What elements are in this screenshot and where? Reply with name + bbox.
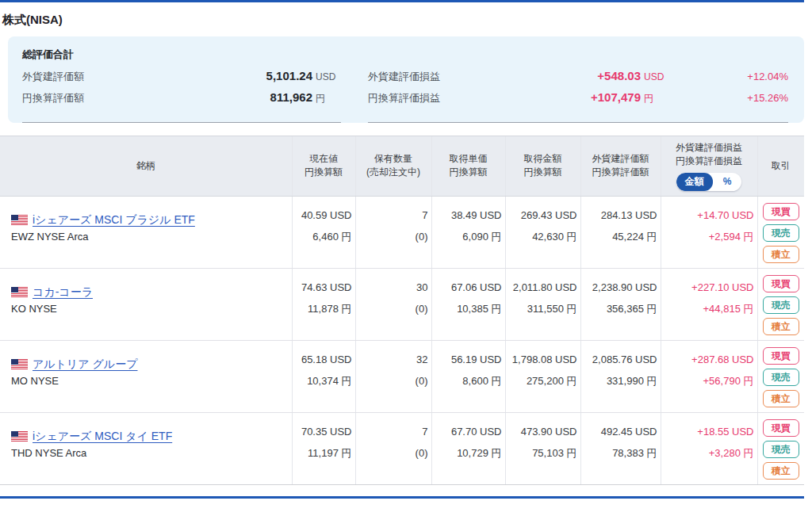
acquisition-amount-cell: 1,798.08 USD 275,200 円 xyxy=(505,340,580,412)
sell-button[interactable]: 現売 xyxy=(763,441,799,458)
valuation-cell: 284.13 USD 45,224 円 xyxy=(580,196,661,268)
unit-cost-cell: 67.70 USD 10,729 円 xyxy=(431,412,505,484)
summary-percent: +12.04% xyxy=(669,71,788,82)
jpy-value: 10,729 円 xyxy=(434,448,502,459)
toggle-percent-button[interactable]: % xyxy=(713,174,742,189)
table-header-row: 銘柄 現在値 円換算額 保有数量 (売却注文中) 取得単価 円換算額 取得金額 … xyxy=(0,136,804,197)
usd-value: 284.13 USD xyxy=(583,210,657,221)
jpy-pl-value: +56,790 円 xyxy=(663,376,754,387)
pl-cell: +14.70 USD +2,594 円 xyxy=(661,196,757,268)
sell-button[interactable]: 現売 xyxy=(763,224,799,242)
header-pl: 外貨建評価損益 円換算評価損益 金額 % xyxy=(661,136,757,197)
usd-pl-value: +287.68 USD xyxy=(663,354,754,365)
jpy-value: 10,385 円 xyxy=(434,304,502,315)
usd-value: 1,798.08 USD xyxy=(508,354,577,365)
pl-cell: +18.55 USD +3,280 円 xyxy=(661,412,757,484)
accumulate-button[interactable]: 積立 xyxy=(763,390,799,407)
usd-value: 67.06 USD xyxy=(434,282,502,293)
usd-value: 473.90 USD xyxy=(508,426,577,438)
header-quantity: 保有数量 (売却注文中) xyxy=(355,136,431,197)
stock-link[interactable]: iシェアーズ MSCI タイ ETF xyxy=(33,430,172,444)
trade-cell: 現買 現売 積立 xyxy=(757,268,804,340)
jpy-value: 11,197 円 xyxy=(294,448,352,459)
us-flag-icon xyxy=(11,359,28,369)
usd-value: 70.35 USD xyxy=(294,426,352,438)
usd-pl-value: +18.55 USD xyxy=(663,426,754,438)
quantity-value: 7 xyxy=(358,426,428,438)
us-flag-icon xyxy=(11,215,28,225)
usd-value: 492.45 USD xyxy=(583,426,657,438)
sell-button[interactable]: 現売 xyxy=(763,296,799,314)
table-row: コカ-コーラ KO NYSE 74.63 USD 11,878 円 30 (0)… xyxy=(0,268,804,340)
summary-row-foreign-pl: 外貨建評価損益 +548.03 USD +12.04% xyxy=(368,69,788,90)
toggle-amount-button[interactable]: 金額 xyxy=(676,173,713,191)
stock-name-cell: iシェアーズ MSCI タイ ETF THD NYSE Arca xyxy=(0,412,292,484)
summary-pl-group: 外貨建評価損益 +548.03 USD +12.04% 円換算評価損益 +107… xyxy=(368,69,788,123)
acquisition-amount-cell: 269.43 USD 42,630 円 xyxy=(505,196,580,268)
accumulate-button[interactable]: 積立 xyxy=(763,462,799,480)
stock-link[interactable]: コカ-コーラ xyxy=(33,285,93,300)
stock-ticker: THD NYSE Arca xyxy=(11,447,285,459)
buy-button[interactable]: 現買 xyxy=(763,419,799,437)
jpy-value: 6,090 円 xyxy=(434,231,502,243)
current-price-cell: 40.59 USD 6,460 円 xyxy=(292,196,355,268)
summary-row-yen-valuation: 円換算評価額 811,962 円 xyxy=(22,90,341,112)
unit-cost-cell: 67.06 USD 10,385 円 xyxy=(431,268,505,340)
usd-pl-value: +14.70 USD xyxy=(663,210,754,221)
current-price-cell: 74.63 USD 11,878 円 xyxy=(292,268,355,340)
usd-value: 40.59 USD xyxy=(294,210,352,221)
selling-order-value: (0) xyxy=(358,448,428,459)
jpy-value: 75,103 円 xyxy=(508,448,577,459)
valuation-cell: 2,085.76 USD 331,990 円 xyxy=(580,340,661,412)
jpy-value: 42,630 円 xyxy=(508,231,577,243)
usd-value: 74.63 USD xyxy=(294,282,352,293)
quantity-value: 7 xyxy=(358,210,428,221)
summary-unit: USD xyxy=(316,71,341,82)
accumulate-button[interactable]: 積立 xyxy=(763,318,799,335)
unit-cost-cell: 56.19 USD 8,600 円 xyxy=(431,340,505,412)
summary-label: 外貨建評価損益 xyxy=(368,70,597,84)
jpy-pl-value: +3,280 円 xyxy=(663,448,754,459)
trade-cell: 現買 現売 積立 xyxy=(757,196,804,268)
pl-cell: +227.10 USD +44,815 円 xyxy=(661,268,757,340)
header-trade: 取引 xyxy=(757,136,804,197)
header-unit-cost: 取得単価 円換算額 xyxy=(431,136,505,197)
buy-button[interactable]: 現買 xyxy=(763,275,799,292)
accumulate-button[interactable]: 積立 xyxy=(763,246,799,263)
sell-button[interactable]: 現売 xyxy=(763,369,799,386)
us-flag-icon xyxy=(11,431,28,441)
table-row: iシェアーズ MSCI ブラジル ETF EWZ NYSE Arca 40.59… xyxy=(0,196,804,268)
acquisition-amount-cell: 2,011.80 USD 311,550 円 xyxy=(505,268,580,340)
summary-row-foreign-valuation: 外貨建評価額 5,101.24 USD xyxy=(22,69,341,90)
header-name-label: 銘柄 xyxy=(2,159,290,173)
summary-value: +107,479 xyxy=(591,90,641,104)
page-title: 株式(NISA) xyxy=(2,13,812,28)
summary-row-yen-pl: 円換算評価損益 +107,479 円 +15.26% xyxy=(368,90,788,112)
stock-name-cell: コカ-コーラ KO NYSE xyxy=(0,268,292,340)
stock-link[interactable]: アルトリア グループ xyxy=(33,357,138,372)
stock-link[interactable]: iシェアーズ MSCI ブラジル ETF xyxy=(33,213,195,227)
stock-name-cell: アルトリア グループ MO NYSE xyxy=(0,340,292,412)
jpy-value: 311,550 円 xyxy=(508,304,577,315)
usd-value: 2,011.80 USD xyxy=(508,282,577,293)
usd-value: 65.18 USD xyxy=(294,354,352,365)
pl-display-toggle[interactable]: 金額 % xyxy=(676,173,742,191)
summary-value: 811,962 xyxy=(270,90,312,104)
jpy-pl-value: +44,815 円 xyxy=(663,304,754,315)
quantity-value: 30 xyxy=(358,282,428,293)
pl-cell: +287.68 USD +56,790 円 xyxy=(661,340,757,412)
summary-value: +548.03 xyxy=(597,69,641,82)
stock-name-cell: iシェアーズ MSCI ブラジル ETF EWZ NYSE Arca xyxy=(0,196,292,268)
jpy-value: 78,383 円 xyxy=(583,448,657,459)
unit-cost-cell: 38.49 USD 6,090 円 xyxy=(431,196,505,268)
valuation-cell: 2,238.90 USD 356,365 円 xyxy=(580,268,661,340)
summary-valuation-group: 外貨建評価額 5,101.24 USD 円換算評価額 811,962 円 xyxy=(22,69,341,123)
buy-button[interactable]: 現買 xyxy=(763,347,799,365)
top-divider xyxy=(0,0,804,2)
quantity-cell: 7 (0) xyxy=(355,412,431,484)
quantity-cell: 7 (0) xyxy=(355,196,431,268)
summary-label: 円換算評価損益 xyxy=(368,91,591,105)
summary-label: 外貨建評価額 xyxy=(22,70,266,84)
buy-button[interactable]: 現買 xyxy=(763,203,799,220)
trade-cell: 現買 現売 積立 xyxy=(757,340,804,412)
